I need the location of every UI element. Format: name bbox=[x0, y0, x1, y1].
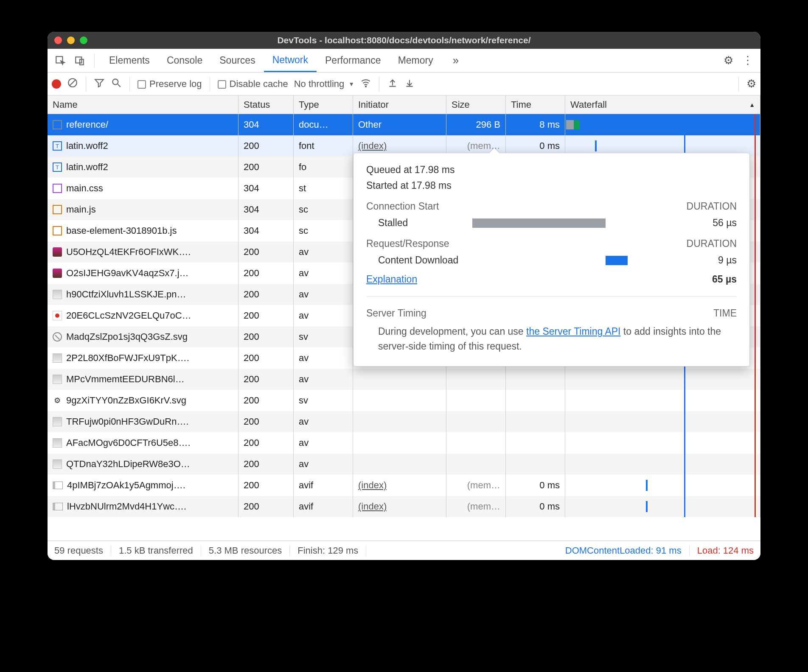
clear-icon[interactable] bbox=[67, 77, 78, 91]
tab-network[interactable]: Network bbox=[264, 49, 317, 72]
upload-har-icon[interactable] bbox=[387, 77, 398, 91]
svg-line-4 bbox=[70, 80, 76, 85]
doc-icon bbox=[53, 120, 62, 129]
request-initiator[interactable] bbox=[353, 432, 446, 454]
close-window-button[interactable] bbox=[54, 36, 62, 44]
started-at: Started at 17.98 ms bbox=[366, 180, 737, 191]
request-time bbox=[506, 411, 565, 432]
request-row[interactable]: 4pIMBj7zOAk1y5Agmmoj….200avif(index)(mem… bbox=[48, 475, 760, 496]
request-time: 0 ms bbox=[506, 496, 565, 517]
request-size bbox=[446, 390, 506, 411]
request-time bbox=[506, 369, 565, 390]
filter-icon[interactable] bbox=[94, 77, 105, 91]
request-row[interactable]: TRFujw0pi0nHF3GwDuRn….200av bbox=[48, 411, 760, 432]
request-time: 8 ms bbox=[506, 114, 565, 135]
server-timing-help: During development, you can use the Serv… bbox=[366, 324, 737, 353]
minimize-window-button[interactable] bbox=[67, 36, 75, 44]
request-waterfall bbox=[565, 475, 760, 496]
status-load: Load: 124 ms bbox=[689, 545, 754, 556]
devtools-window: DevTools - localhost:8080/docs/devtools/… bbox=[48, 32, 760, 560]
request-type: av bbox=[294, 284, 353, 305]
request-status: 200 bbox=[238, 241, 294, 263]
network-conditions-icon[interactable] bbox=[360, 77, 371, 91]
tab-elements[interactable]: Elements bbox=[101, 49, 158, 72]
col-time[interactable]: Time bbox=[506, 95, 565, 114]
request-type: docu… bbox=[294, 114, 353, 135]
request-status: 200 bbox=[238, 432, 294, 454]
request-row[interactable]: 9gzXiTYY0nZzBxGI6KrV.svg200sv bbox=[48, 390, 760, 411]
request-status: 200 bbox=[238, 284, 294, 305]
avif-icon bbox=[53, 482, 63, 489]
section-request-response: Request/Response bbox=[366, 238, 449, 249]
sort-asc-icon: ▲ bbox=[749, 101, 755, 108]
request-initiator[interactable]: Other bbox=[353, 114, 446, 135]
request-status: 200 bbox=[238, 135, 294, 157]
tab-performance[interactable]: Performance bbox=[317, 49, 390, 72]
request-size bbox=[446, 454, 506, 475]
request-row[interactable]: lHvzbNUlrm2Mvd4H1Ywc….200avif(index)(mem… bbox=[48, 496, 760, 517]
throttling-select[interactable]: No throttling ▼ bbox=[294, 78, 354, 90]
request-name: QTDnaY32hLDipeRW8e3O… bbox=[66, 459, 190, 470]
request-row[interactable]: reference/304docu…Other296 B8 ms bbox=[48, 114, 760, 135]
request-initiator[interactable] bbox=[353, 454, 446, 475]
request-name: AFacMOgv6D0CFTr6U5e8…. bbox=[66, 437, 191, 448]
request-size bbox=[446, 369, 506, 390]
inspect-icon[interactable] bbox=[52, 52, 69, 69]
disable-cache-checkbox[interactable]: Disable cache bbox=[218, 78, 288, 90]
col-name[interactable]: Name bbox=[48, 95, 238, 114]
request-status: 200 bbox=[238, 326, 294, 347]
device-toggle-icon[interactable] bbox=[71, 52, 88, 69]
request-name: U5OHzQL4tEKFr6OFIxWK…. bbox=[66, 246, 191, 258]
request-row[interactable]: MPcVmmemtEEDURBN6l…200av bbox=[48, 369, 760, 390]
record-button[interactable] bbox=[52, 79, 61, 89]
tab-memory[interactable]: Memory bbox=[390, 49, 442, 72]
tab-sources[interactable]: Sources bbox=[211, 49, 264, 72]
request-type: avif bbox=[294, 475, 353, 496]
grid-header: Name Status Type Initiator Size Time Wat… bbox=[48, 95, 760, 114]
settings-icon[interactable]: ⚙ bbox=[720, 52, 737, 69]
request-name: TRFujw0pi0nHF3GwDuRn…. bbox=[66, 416, 189, 427]
request-waterfall bbox=[565, 432, 760, 454]
timing-popover: Queued at 17.98 ms Started at 17.98 ms C… bbox=[353, 153, 750, 367]
request-status: 304 bbox=[238, 220, 294, 241]
request-initiator[interactable] bbox=[353, 411, 446, 432]
network-settings-icon[interactable]: ⚙ bbox=[746, 77, 756, 90]
col-waterfall[interactable]: Waterfall▲ bbox=[565, 95, 760, 114]
request-name: latin.woff2 bbox=[66, 140, 108, 151]
request-type: av bbox=[294, 454, 353, 475]
request-name: base-element-3018901b.js bbox=[66, 225, 177, 236]
request-initiator[interactable] bbox=[353, 390, 446, 411]
status-bar: 59 requests 1.5 kB transferred 5.3 MB re… bbox=[48, 540, 760, 560]
request-initiator[interactable]: (index) bbox=[353, 475, 446, 496]
col-status[interactable]: Status bbox=[238, 95, 294, 114]
js-icon bbox=[53, 226, 62, 235]
gear-icon bbox=[53, 396, 62, 405]
request-waterfall bbox=[565, 114, 760, 135]
request-name: main.css bbox=[66, 183, 103, 194]
status-requests: 59 requests bbox=[54, 545, 111, 556]
kebab-menu-icon[interactable]: ⋮ bbox=[739, 52, 756, 69]
col-type[interactable]: Type bbox=[294, 95, 353, 114]
img-icon bbox=[53, 438, 62, 448]
request-status: 200 bbox=[238, 475, 294, 496]
request-initiator[interactable] bbox=[353, 369, 446, 390]
svg-line-6 bbox=[118, 84, 121, 87]
request-initiator[interactable]: (index) bbox=[353, 496, 446, 517]
request-name: O2sIJEHG9avKV4aqzSx7.j… bbox=[66, 268, 189, 279]
col-size[interactable]: Size bbox=[446, 95, 506, 114]
download-har-icon[interactable] bbox=[404, 77, 415, 91]
col-initiator[interactable]: Initiator bbox=[353, 95, 446, 114]
request-row[interactable]: QTDnaY32hLDipeRW8e3O…200av bbox=[48, 454, 760, 475]
server-timing-api-link[interactable]: the Server Timing API bbox=[526, 326, 620, 337]
search-icon[interactable] bbox=[111, 77, 122, 91]
request-type: sc bbox=[294, 220, 353, 241]
maximize-window-button[interactable] bbox=[80, 36, 87, 44]
request-size: (mem… bbox=[446, 496, 506, 517]
explanation-link[interactable]: Explanation bbox=[366, 274, 417, 285]
status-dcl: DOMContentLoaded: 91 ms bbox=[558, 545, 689, 556]
preserve-log-checkbox[interactable]: Preserve log bbox=[137, 78, 202, 90]
font-icon: T bbox=[53, 141, 62, 151]
more-tabs-button[interactable]: » bbox=[444, 49, 467, 72]
request-row[interactable]: AFacMOgv6D0CFTr6U5e8….200av bbox=[48, 432, 760, 454]
tab-console[interactable]: Console bbox=[158, 49, 211, 72]
